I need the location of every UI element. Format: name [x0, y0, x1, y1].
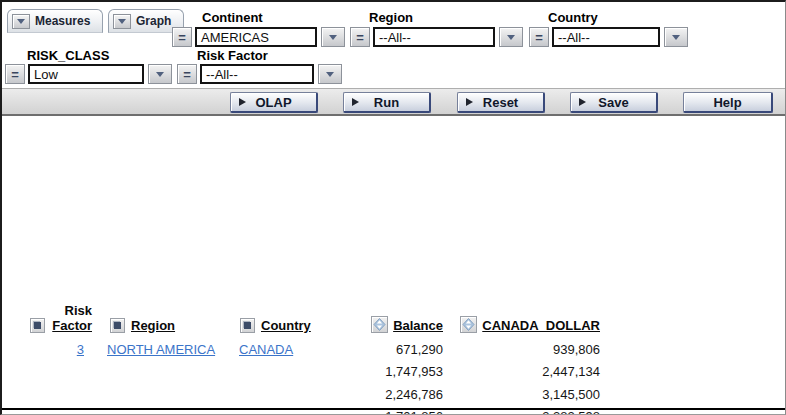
country-label: Country [548, 10, 598, 25]
equals-operator-button[interactable]: = [172, 27, 192, 47]
equals-operator-button[interactable]: = [5, 64, 25, 84]
report-bottom-rule [2, 408, 785, 410]
continent-value: AMERICAS [201, 30, 269, 45]
chevron-down-glyph [326, 72, 334, 77]
risk-class-filter: = Low [5, 64, 172, 84]
balance-header-label[interactable]: Balance [393, 318, 443, 333]
chevron-down-glyph [17, 19, 25, 24]
equals-operator-button[interactable]: = [529, 27, 549, 47]
canada-dollar-value: 3,145,500 [444, 383, 601, 406]
chevron-down-glyph [156, 72, 164, 77]
continent-filter: = AMERICAS [172, 27, 345, 47]
country-value: --All-- [558, 30, 590, 45]
help-button[interactable]: Help [683, 92, 773, 113]
table-row-cell [30, 406, 92, 415]
dimension-square-icon[interactable] [110, 318, 125, 333]
chevron-down-glyph [118, 19, 126, 24]
run-button[interactable]: Run [343, 92, 431, 113]
country-input[interactable]: --All-- [552, 27, 660, 47]
column-header-country: Country [232, 290, 357, 338]
column-header-canada-dollar: CANADA_DOLLAR [444, 290, 601, 338]
canada-dollar-value: 2,382,598 [444, 406, 601, 415]
report-table: Risk Factor Region Country [30, 290, 601, 415]
save-button[interactable]: Save [570, 92, 658, 113]
balance-value: 671,290 [357, 338, 444, 361]
risk-factor-header-line1: Risk [51, 303, 92, 318]
country-link[interactable]: CANADA [239, 342, 293, 357]
chevron-down-glyph [672, 35, 680, 40]
play-icon [352, 98, 359, 106]
sort-diamond-glyph [462, 318, 475, 331]
chevron-down-icon[interactable] [12, 14, 30, 29]
risk-factor-filter: = --All-- [177, 64, 342, 84]
table-row-cell [232, 361, 357, 384]
risk-factor-value: --All-- [206, 67, 238, 82]
region-link[interactable]: NORTH AMERICA [107, 342, 215, 357]
dimension-square-glyph [244, 322, 251, 329]
table-row-cell [232, 406, 357, 415]
save-button-label: Save [598, 95, 628, 110]
play-icon [239, 98, 246, 106]
column-header-risk-factor: Risk Factor [30, 290, 92, 338]
risk-factor-link[interactable]: 3 [77, 342, 84, 357]
chevron-down-glyph [329, 35, 337, 40]
sort-diamond-icon[interactable] [371, 316, 388, 333]
region-filter: = --All-- [350, 27, 523, 47]
play-icon [579, 98, 586, 106]
table-row-cell [232, 383, 357, 406]
table-row-cell [30, 361, 92, 384]
olap-button[interactable]: OLAP [230, 92, 318, 113]
risk-class-label: RISK_CLASS [27, 48, 109, 63]
risk-class-input[interactable]: Low [28, 64, 144, 84]
canada-dollar-header-label[interactable]: CANADA_DOLLAR [482, 318, 600, 333]
balance-value: 1,747,953 [357, 361, 444, 384]
risk-factor-input[interactable]: --All-- [200, 64, 314, 84]
chevron-down-icon[interactable] [499, 27, 523, 47]
column-header-region: Region [92, 290, 232, 338]
chevron-down-icon[interactable] [664, 27, 688, 47]
sort-diamond-icon[interactable] [460, 316, 477, 333]
dimension-square-glyph [114, 322, 121, 329]
continent-label: Continent [202, 10, 263, 25]
olap-report-window: Measures Graph Continent Region Country … [0, 0, 786, 415]
table-row-cell [92, 406, 232, 415]
table-row-cell [30, 383, 92, 406]
country-header-label[interactable]: Country [261, 318, 311, 333]
chevron-down-icon[interactable] [148, 64, 172, 84]
balance-value: 2,246,786 [357, 383, 444, 406]
table-row-cell [92, 361, 232, 384]
region-header-label[interactable]: Region [131, 318, 175, 333]
dimension-square-icon[interactable] [30, 318, 45, 333]
dimension-square-glyph [34, 322, 41, 329]
chevron-down-icon[interactable] [321, 27, 345, 47]
table-row-cell [92, 383, 232, 406]
help-button-label: Help [713, 95, 741, 110]
chevron-down-icon[interactable] [318, 64, 342, 84]
risk-factor-header-text: Risk Factor [51, 303, 92, 333]
table-row-cell: CANADA [232, 338, 357, 361]
filter-panel: Measures Graph Continent Region Country … [2, 2, 785, 88]
equals-operator-button[interactable]: = [177, 64, 197, 84]
toolbar: OLAP Run Reset Save Help [2, 88, 785, 116]
table-row-cell: NORTH AMERICA [92, 338, 232, 361]
column-header-balance: Balance [357, 290, 444, 338]
reset-button[interactable]: Reset [457, 92, 545, 113]
reset-button-label: Reset [483, 95, 518, 110]
olap-button-label: OLAP [255, 95, 291, 110]
continent-input[interactable]: AMERICAS [195, 27, 317, 47]
report-content: Risk Factor Region Country [2, 116, 785, 414]
canada-dollar-value: 2,447,134 [444, 361, 601, 384]
region-input[interactable]: --All-- [373, 27, 495, 47]
dimension-square-icon[interactable] [240, 318, 255, 333]
tab-measures[interactable]: Measures [7, 9, 103, 33]
risk-factor-label: Risk Factor [197, 48, 268, 63]
run-button-label: Run [374, 95, 399, 110]
play-icon [466, 98, 473, 106]
canada-dollar-value: 939,806 [444, 338, 601, 361]
region-value: --All-- [379, 30, 411, 45]
sort-diamond-glyph [373, 318, 386, 331]
chevron-down-icon[interactable] [113, 14, 131, 29]
tab-measures-label: Measures [35, 14, 90, 28]
risk-factor-header-line2[interactable]: Factor [52, 318, 92, 333]
equals-operator-button[interactable]: = [350, 27, 370, 47]
